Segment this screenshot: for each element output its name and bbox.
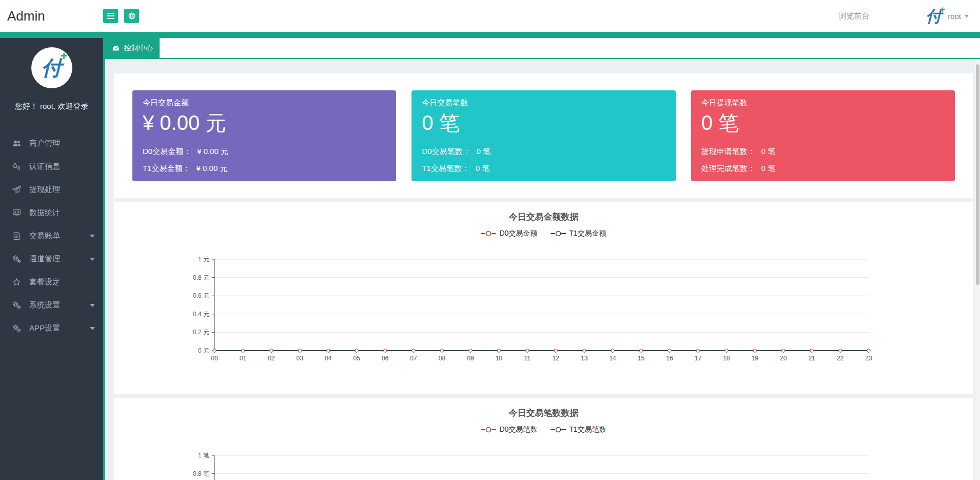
chart-title: 今日交易金额数据 <box>114 211 973 223</box>
svg-text:0.8 笔: 0.8 笔 <box>193 470 209 477</box>
svg-text:19: 19 <box>752 355 759 362</box>
svg-text:05: 05 <box>353 355 360 362</box>
legend-item[interactable]: T1交易笔数 <box>551 425 606 434</box>
svg-text:08: 08 <box>439 355 446 362</box>
card-line-label: D0交易笔数： <box>422 147 470 156</box>
cogs-icon <box>12 324 23 333</box>
stat-card-today-amount: 今日交易金额¥ 0.00 元D0交易金额：¥ 0.00 元T1交易金额：¥ 0.… <box>132 90 396 181</box>
svg-text:01: 01 <box>240 355 247 362</box>
card-line-label: T1交易金额： <box>143 164 190 172</box>
svg-text:12: 12 <box>553 355 560 362</box>
sidebar-item-app-settings[interactable]: APP设置 <box>0 317 103 340</box>
card-line-label: 提现申请笔数： <box>701 147 755 156</box>
svg-text:22: 22 <box>837 355 844 362</box>
card-value: ¥ 0.00 元 <box>143 111 386 135</box>
chart-canvas: 1 笔0.8 笔0.6 笔0.4 笔0.2 笔0 笔00010203040506… <box>114 437 973 480</box>
scrollbar-track <box>975 59 980 480</box>
tab-control-center[interactable]: 控制中心 <box>105 38 160 58</box>
stats-icon <box>12 208 23 217</box>
svg-text:03: 03 <box>297 355 304 362</box>
chevron-down-icon <box>90 327 95 330</box>
svg-text:06: 06 <box>382 355 389 362</box>
user-menu[interactable]: root <box>948 12 969 21</box>
sidebar: 付 + 您好！ root, 欢迎登录 商户管理认证信息提现处理数据统计交易账单通… <box>0 38 103 480</box>
stat-card-today-count: 今日交易笔数0 笔D0交易笔数：0 笔T1交易笔数：0 笔 <box>411 90 675 181</box>
scrollbar-thumb[interactable] <box>976 64 979 285</box>
card-line-value: 0 笔 <box>476 164 490 172</box>
sidebar-item-merchant-management[interactable]: 商户管理 <box>0 132 103 155</box>
tab-label: 控制中心 <box>124 44 153 53</box>
svg-text:23: 23 <box>865 355 872 362</box>
user-logo[interactable]: 付+ <box>926 8 942 24</box>
svg-text:16: 16 <box>666 355 673 362</box>
chevron-down-icon <box>965 15 969 17</box>
card-line-label: T1交易笔数： <box>422 164 469 172</box>
chevron-down-icon <box>90 304 95 307</box>
card-line: T1交易笔数：0 笔 <box>422 164 665 174</box>
sidebar-item-label: 通道管理 <box>29 254 60 264</box>
sidebar-toggle-button[interactable] <box>103 9 118 23</box>
chart-panel-count: 今日交易笔数数据 D0交易笔数T1交易笔数 1 笔0.8 笔0.6 笔0.4 笔… <box>114 398 973 480</box>
legend-marker-icon <box>551 427 566 433</box>
legend-label: T1交易笔数 <box>569 425 606 434</box>
stat-card-today-withdraw: 今日提现笔数0 笔提现申请笔数：0 笔处理完成笔数：0 笔 <box>691 90 955 181</box>
greeting-text: 您好！ root, 欢迎登录 <box>0 102 103 111</box>
card-title: 今日交易金额 <box>143 98 386 108</box>
legend-item[interactable]: D0交易金额 <box>481 229 537 238</box>
tab-bar: 控制中心 <box>105 38 980 59</box>
fullscreen-button[interactable] <box>124 9 139 23</box>
legend-item[interactable]: D0交易笔数 <box>481 425 537 434</box>
card-line-label: D0交易金额： <box>143 147 191 156</box>
header-right: 浏览前台 付+ root <box>838 8 980 24</box>
sidebar-item-transaction-bills[interactable]: 交易账单 <box>0 224 103 247</box>
card-line-label: 处理完成笔数： <box>701 164 755 172</box>
avatar: 付 + <box>31 47 72 88</box>
chevron-down-icon <box>90 235 95 238</box>
cogs-icon <box>12 255 23 263</box>
svg-text:20: 20 <box>780 355 787 362</box>
main-area: 控制中心 今日交易金额¥ 0.00 元D0交易金额：¥ 0.00 元T1交易金额… <box>103 38 980 480</box>
content: 今日交易金额¥ 0.00 元D0交易金额：¥ 0.00 元T1交易金额：¥ 0.… <box>105 60 980 480</box>
chart-panel-amount: 今日交易金额数据 D0交易金额T1交易金额 1 元0.8 元0.6 元0.4 元… <box>114 202 973 394</box>
chevron-down-icon <box>90 258 95 261</box>
svg-text:04: 04 <box>325 355 332 362</box>
svg-text:10: 10 <box>496 355 503 362</box>
brand-logo[interactable]: Admin <box>0 8 103 24</box>
legend-marker-icon <box>481 231 496 237</box>
card-value: 0 笔 <box>701 111 945 135</box>
sidebar-item-label: APP设置 <box>29 323 60 333</box>
svg-text:02: 02 <box>268 355 275 362</box>
admin-dashboard: { "header": { "brand": "Admin", "browse_… <box>0 0 980 480</box>
sidebar-item-auth-info[interactable]: 认证信息 <box>0 155 103 178</box>
sidebar-item-withdraw-processing[interactable]: 提现处理 <box>0 178 103 201</box>
sidebar-nav: 商户管理认证信息提现处理数据统计交易账单通道管理套餐设定系统设置APP设置 <box>0 132 103 340</box>
legend-label: T1交易金额 <box>569 229 606 238</box>
card-line: 提现申请笔数：0 笔 <box>701 147 945 157</box>
sidebar-item-channel-management[interactable]: 通道管理 <box>0 247 103 271</box>
card-line: D0交易金额：¥ 0.00 元 <box>143 147 386 157</box>
star-icon <box>12 278 23 286</box>
svg-text:21: 21 <box>808 355 815 362</box>
sidebar-item-label: 交易账单 <box>29 231 60 241</box>
svg-text:1 元: 1 元 <box>198 256 209 263</box>
sidebar-item-package-settings[interactable]: 套餐设定 <box>0 271 103 294</box>
svg-text:14: 14 <box>609 355 616 362</box>
svg-text:0 元: 0 元 <box>198 347 209 354</box>
sidebar-item-data-statistics[interactable]: 数据统计 <box>0 201 103 224</box>
svg-text:0.6 元: 0.6 元 <box>193 292 209 299</box>
sidebar-item-system-settings[interactable]: 系统设置 <box>0 294 103 317</box>
svg-text:11: 11 <box>524 355 531 362</box>
sidebar-item-label: 套餐设定 <box>29 277 60 287</box>
drops-icon <box>12 162 23 171</box>
sidebar-item-label: 提现处理 <box>29 185 60 195</box>
card-value: 0 笔 <box>422 111 665 135</box>
legend-item[interactable]: T1交易金额 <box>551 229 606 238</box>
card-line-value: 0 笔 <box>761 147 776 156</box>
legend-label: D0交易笔数 <box>499 425 537 434</box>
legend-marker-icon <box>551 231 566 237</box>
chart-title: 今日交易笔数数据 <box>114 407 973 419</box>
svg-text:07: 07 <box>410 355 417 362</box>
legend-marker-icon <box>481 427 496 433</box>
svg-text:0.8 元: 0.8 元 <box>193 274 209 281</box>
browse-front-link[interactable]: 浏览前台 <box>838 11 869 21</box>
